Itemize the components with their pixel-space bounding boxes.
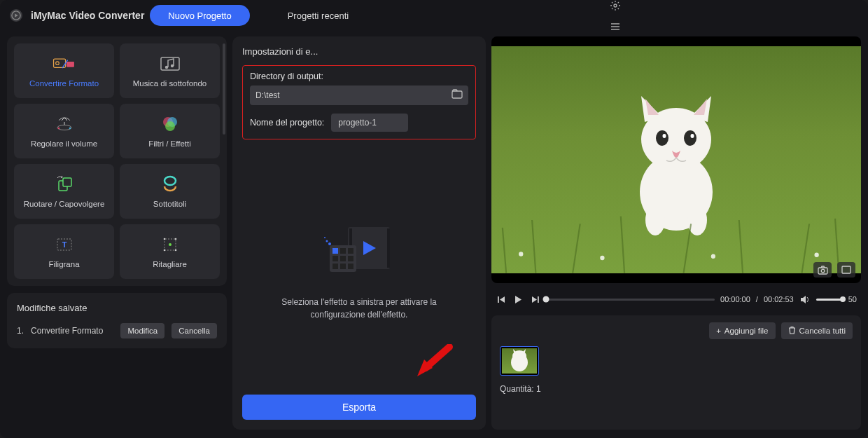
tool-watermark[interactable]: T Filigrana	[14, 224, 114, 279]
current-time: 00:00:00	[720, 295, 750, 303]
svg-point-73	[519, 252, 523, 256]
tool-rotate-flip[interactable]: Ruotare / Capovolgere	[14, 164, 114, 219]
svg-rect-31	[452, 91, 462, 98]
svg-line-65	[503, 228, 506, 273]
tab-recent-projects[interactable]: Progetti recenti	[270, 5, 367, 26]
svg-rect-47	[340, 256, 346, 261]
tool-subtitles[interactable]: Sottotitoli	[120, 164, 220, 219]
svg-marker-89	[522, 349, 526, 353]
output-dir-label: Directory di output:	[250, 71, 468, 81]
svg-rect-46	[332, 256, 338, 261]
file-thumbnail[interactable]	[500, 346, 539, 376]
svg-rect-77	[818, 268, 827, 274]
tools-panel: Convertire Formato Musica di sottofondo	[7, 36, 227, 286]
convert-format-icon	[52, 54, 76, 74]
clear-all-label: Cancella tutti	[799, 327, 846, 335]
saved-edits-panel: Modifiche salvate 1. Convertire Formato …	[7, 293, 227, 348]
svg-rect-80	[498, 296, 499, 303]
tool-label: Regolare il volume	[31, 139, 97, 148]
add-file-button[interactable]: +Aggiungi file	[709, 322, 775, 339]
svg-rect-45	[348, 248, 354, 254]
tools-scrollbar[interactable]	[223, 43, 225, 135]
delete-button[interactable]: Cancella	[172, 323, 217, 338]
svg-marker-88	[513, 349, 517, 353]
svg-rect-34	[387, 228, 390, 268]
svg-rect-51	[348, 264, 354, 269]
svg-line-70	[739, 220, 743, 273]
saved-edit-label: Convertire Formato	[31, 326, 113, 336]
svg-point-64	[691, 134, 694, 138]
music-icon	[158, 54, 182, 74]
effect-placeholder-text: Seleziona l'effetto a sinistra per attiv…	[261, 296, 457, 321]
svg-point-53	[328, 242, 331, 245]
svg-point-3	[614, 4, 617, 7]
volume-slider[interactable]	[816, 299, 843, 301]
svg-rect-44	[340, 248, 346, 254]
tool-crop[interactable]: Ritagliare	[120, 224, 220, 279]
project-name-input[interactable]	[331, 114, 408, 132]
svg-point-61	[656, 130, 668, 146]
snapshot-button[interactable]	[813, 262, 832, 278]
fullscreen-button[interactable]	[837, 262, 855, 278]
highlighted-fields: Directory di output: Nome del progetto:	[242, 65, 476, 139]
tool-label: Musica di sottofondo	[133, 79, 206, 88]
svg-point-16	[69, 128, 71, 130]
svg-point-78	[821, 269, 825, 273]
file-quantity: Quantità: 1	[500, 384, 853, 394]
svg-rect-79	[842, 266, 850, 273]
files-panel: +Aggiungi file Cancella tutti Quantità: …	[491, 315, 861, 430]
subtitles-icon	[158, 174, 182, 194]
export-button[interactable]: Esporta	[242, 395, 476, 420]
folder-browse-icon[interactable]	[451, 89, 463, 102]
svg-line-71	[802, 224, 810, 273]
svg-point-15	[57, 128, 59, 130]
next-button[interactable]	[529, 295, 540, 304]
svg-point-29	[163, 249, 165, 252]
tool-label: Convertire Formato	[29, 79, 99, 88]
volume-icon	[52, 114, 76, 134]
saved-edit-index: 1.	[17, 326, 24, 336]
svg-line-67	[573, 224, 580, 273]
prev-button[interactable]	[496, 295, 507, 304]
tool-filters-effects[interactable]: Filtri / Effetti	[120, 104, 220, 158]
settings-icon[interactable]	[610, 0, 621, 11]
crop-icon	[158, 235, 182, 254]
watermark-icon: T	[52, 235, 76, 254]
svg-point-54	[326, 240, 328, 242]
clear-all-button[interactable]: Cancella tutti	[781, 322, 853, 339]
video-preview	[491, 36, 861, 283]
play-button[interactable]	[512, 295, 524, 304]
svg-point-75	[711, 254, 715, 259]
annotation-arrow-icon	[413, 344, 455, 379]
svg-rect-10	[66, 62, 74, 67]
svg-rect-36	[349, 236, 352, 240]
seek-slider[interactable]	[546, 299, 715, 301]
player-controls: 00:00:00 / 00:02:53 50	[491, 289, 861, 310]
svg-point-55	[324, 237, 326, 238]
output-dir-input[interactable]	[255, 90, 447, 100]
svg-rect-84	[538, 296, 539, 303]
tool-label: Sottotitoli	[153, 200, 186, 208]
svg-point-63	[663, 134, 666, 138]
app-title: iMyMac Video Converter	[31, 10, 144, 21]
tool-label: Filtri / Effetti	[148, 139, 191, 148]
tool-adjust-volume[interactable]: Regolare il volume	[14, 104, 114, 158]
tool-background-music[interactable]: Musica di sottofondo	[120, 43, 220, 98]
tool-label: Filigrana	[48, 260, 79, 268]
tool-convert-format[interactable]: Convertire Formato	[14, 43, 114, 98]
volume-icon[interactable]	[799, 295, 811, 304]
project-name-label: Nome del progetto:	[250, 118, 324, 128]
export-settings-panel: Impostazioni di e... Directory di output…	[232, 36, 486, 430]
svg-point-62	[684, 130, 696, 146]
svg-rect-48	[348, 256, 354, 261]
svg-line-69	[684, 224, 692, 273]
svg-marker-85	[801, 296, 806, 303]
svg-marker-1	[15, 13, 18, 17]
svg-point-14	[57, 125, 71, 130]
tab-new-project[interactable]: Nuovo Progetto	[150, 5, 249, 26]
project-tabs: Nuovo Progetto Progetti recenti	[150, 5, 367, 26]
edit-button[interactable]: Modifica	[120, 323, 164, 338]
export-settings-title: Impostazioni di e...	[242, 46, 476, 57]
svg-line-66	[532, 220, 536, 273]
saved-edits-title: Modifiche salvate	[17, 303, 217, 313]
